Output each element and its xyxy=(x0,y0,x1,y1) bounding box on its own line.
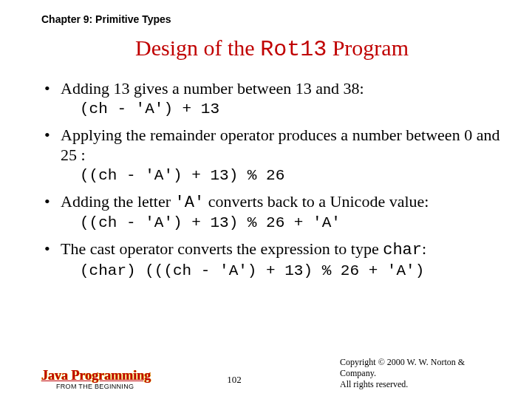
code-block: ((ch - 'A') + 13) % 26 + 'A' xyxy=(80,214,502,231)
bullet-item: Applying the remainder operator produces… xyxy=(41,125,502,166)
bullet-text: Applying the remainder operator produces… xyxy=(61,126,499,165)
copyright: Copyright © 2000 W. W. Norton & Company.… xyxy=(340,357,502,390)
code-block: (char) (((ch - 'A') + 13) % 26 + 'A') xyxy=(80,262,502,279)
title-code: Rot13 xyxy=(260,37,327,62)
slide: Chapter 9: Primitive Types Design of the… xyxy=(0,0,532,399)
inline-code: char xyxy=(383,241,422,259)
title-pre: Design of the xyxy=(135,35,260,60)
chapter-label: Chapter 9: Primitive Types xyxy=(41,13,502,25)
brand-title: Java Programming xyxy=(41,369,151,383)
slide-title: Design of the Rot13 Program xyxy=(41,35,502,62)
bullet-item: Adding 13 gives a number between 13 and … xyxy=(41,78,502,99)
bullet-text-post: : xyxy=(422,239,426,258)
bullet-text-pre: Adding the letter xyxy=(61,192,175,211)
inline-code: 'A' xyxy=(175,194,205,212)
page-number: 102 xyxy=(227,374,242,386)
brand-subtitle: FROM THE BEGINNING xyxy=(56,383,151,390)
code-block: (ch - 'A') + 13 xyxy=(80,100,502,117)
title-post: Program xyxy=(327,35,409,60)
brand: Java Programming FROM THE BEGINNING xyxy=(41,369,151,390)
footer: Java Programming FROM THE BEGINNING 102 … xyxy=(41,357,502,390)
bullet-text-post: converts back to a Unicode value: xyxy=(204,192,429,211)
bullet-list: Adding 13 gives a number between 13 and … xyxy=(41,78,502,279)
copyright-line-1: Copyright © 2000 W. W. Norton & Company. xyxy=(340,357,502,379)
bullet-text: Adding 13 gives a number between 13 and … xyxy=(61,79,364,98)
code-block: ((ch - 'A') + 13) % 26 xyxy=(80,167,502,184)
bullet-item: Adding the letter 'A' converts back to a… xyxy=(41,191,502,214)
copyright-line-2: All rights reserved. xyxy=(340,379,502,390)
bullet-item: The cast operator converts the expressio… xyxy=(41,239,502,261)
bullet-text-pre: The cast operator converts the expressio… xyxy=(61,239,383,258)
